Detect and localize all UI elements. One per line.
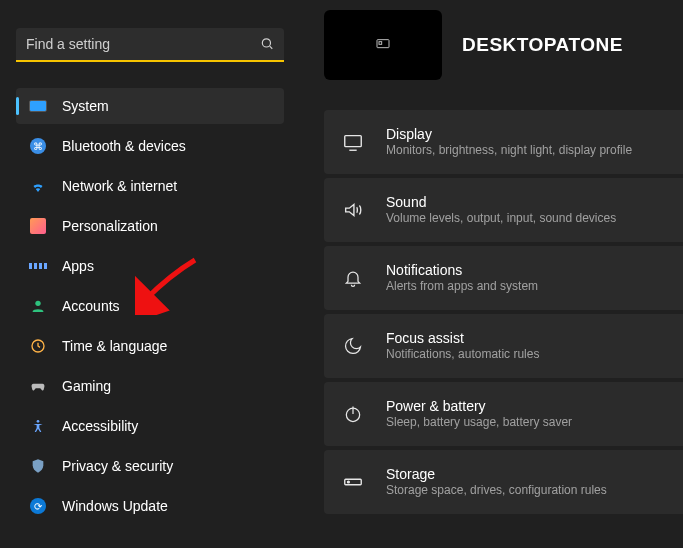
shield-icon <box>28 456 48 476</box>
svg-point-4 <box>37 420 40 423</box>
card-text: Display Monitors, brightness, night ligh… <box>386 125 632 159</box>
main-content: DESKTOPATONE Display Monitors, brightnes… <box>300 0 683 548</box>
sidebar-item-network[interactable]: Network & internet <box>16 168 284 204</box>
apps-icon <box>28 256 48 276</box>
bluetooth-icon: ⌘ <box>28 136 48 156</box>
nav-list: System ⌘ Bluetooth & devices Network & i… <box>16 88 284 524</box>
card-subtitle: Volume levels, output, input, sound devi… <box>386 211 616 227</box>
accessibility-icon <box>28 416 48 436</box>
sidebar-item-label: Accessibility <box>62 418 138 434</box>
card-text: Power & battery Sleep, battery usage, ba… <box>386 397 572 431</box>
sidebar-item-accessibility[interactable]: Accessibility <box>16 408 284 444</box>
svg-point-2 <box>35 301 40 306</box>
moon-icon <box>342 335 364 357</box>
card-title: Display <box>386 125 632 143</box>
card-title: Power & battery <box>386 397 572 415</box>
gaming-icon <box>28 376 48 396</box>
card-text: Storage Storage space, drives, configura… <box>386 465 607 499</box>
person-icon <box>28 296 48 316</box>
card-storage[interactable]: Storage Storage space, drives, configura… <box>324 450 683 514</box>
settings-cards: Display Monitors, brightness, night ligh… <box>300 110 683 514</box>
display-icon <box>342 131 364 153</box>
monitor-icon <box>28 96 48 116</box>
sidebar-item-label: Apps <box>62 258 94 274</box>
svg-rect-6 <box>379 42 382 45</box>
sidebar-item-bluetooth[interactable]: ⌘ Bluetooth & devices <box>16 128 284 164</box>
sidebar-item-label: Personalization <box>62 218 158 234</box>
card-display[interactable]: Display Monitors, brightness, night ligh… <box>324 110 683 174</box>
sidebar: System ⌘ Bluetooth & devices Network & i… <box>0 0 300 548</box>
sidebar-item-update[interactable]: ⟳ Windows Update <box>16 488 284 524</box>
card-power[interactable]: Power & battery Sleep, battery usage, ba… <box>324 382 683 446</box>
card-title: Focus assist <box>386 329 539 347</box>
card-title: Notifications <box>386 261 538 279</box>
sidebar-item-system[interactable]: System <box>16 88 284 124</box>
sidebar-item-apps[interactable]: Apps <box>16 248 284 284</box>
bell-icon <box>342 267 364 289</box>
card-title: Storage <box>386 465 607 483</box>
card-subtitle: Notifications, automatic rules <box>386 347 539 363</box>
svg-point-12 <box>348 481 350 483</box>
header: DESKTOPATONE <box>300 10 683 80</box>
sidebar-item-label: Network & internet <box>62 178 177 194</box>
clock-icon <box>28 336 48 356</box>
sidebar-item-privacy[interactable]: Privacy & security <box>16 448 284 484</box>
sidebar-item-label: Privacy & security <box>62 458 173 474</box>
card-text: Sound Volume levels, output, input, soun… <box>386 193 616 227</box>
sidebar-item-label: Time & language <box>62 338 167 354</box>
sound-icon <box>342 199 364 221</box>
storage-icon <box>342 471 364 493</box>
sidebar-item-label: Windows Update <box>62 498 168 514</box>
desktop-thumbnail <box>324 10 442 80</box>
sidebar-item-label: Bluetooth & devices <box>62 138 186 154</box>
card-notifications[interactable]: Notifications Alerts from apps and syste… <box>324 246 683 310</box>
sidebar-item-personalization[interactable]: Personalization <box>16 208 284 244</box>
search-input[interactable] <box>16 28 284 62</box>
update-icon: ⟳ <box>28 496 48 516</box>
sidebar-item-label: Gaming <box>62 378 111 394</box>
card-text: Notifications Alerts from apps and syste… <box>386 261 538 295</box>
card-subtitle: Sleep, battery usage, battery saver <box>386 415 572 431</box>
sidebar-item-gaming[interactable]: Gaming <box>16 368 284 404</box>
power-icon <box>342 403 364 425</box>
card-subtitle: Alerts from apps and system <box>386 279 538 295</box>
wifi-icon <box>28 176 48 196</box>
sidebar-item-time[interactable]: Time & language <box>16 328 284 364</box>
card-sound[interactable]: Sound Volume levels, output, input, soun… <box>324 178 683 242</box>
sidebar-item-accounts[interactable]: Accounts <box>16 288 284 324</box>
card-title: Sound <box>386 193 616 211</box>
paint-icon <box>28 216 48 236</box>
search-wrap <box>16 28 284 62</box>
sidebar-item-label: System <box>62 98 109 114</box>
card-text: Focus assist Notifications, automatic ru… <box>386 329 539 363</box>
card-subtitle: Monitors, brightness, night light, displ… <box>386 143 632 159</box>
card-focus-assist[interactable]: Focus assist Notifications, automatic ru… <box>324 314 683 378</box>
sidebar-item-label: Accounts <box>62 298 120 314</box>
svg-rect-7 <box>345 136 362 147</box>
device-name: DESKTOPATONE <box>462 34 623 56</box>
card-subtitle: Storage space, drives, configuration rul… <box>386 483 607 499</box>
